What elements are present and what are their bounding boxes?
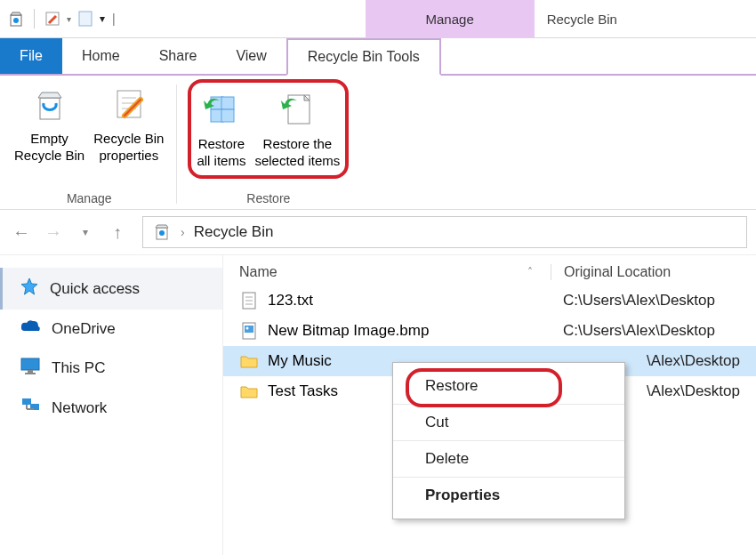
restore-selected-label-2: selected items xyxy=(254,153,340,170)
file-location: C:\Users\Alex\Desktop xyxy=(551,292,740,310)
navigation-pane: Quick access OneDrive This PC Network xyxy=(0,255,223,555)
svg-rect-17 xyxy=(28,370,33,373)
sidebar-label-this-pc: This PC xyxy=(52,359,105,377)
svg-rect-19 xyxy=(22,398,31,405)
file-name: New Bitmap Image.bmp xyxy=(268,322,429,340)
address-bar[interactable]: › Recycle Bin xyxy=(142,216,747,248)
svg-rect-28 xyxy=(245,326,253,333)
highlight-restore-buttons: Restore all items Restore the selected i… xyxy=(188,79,349,179)
svg-point-1 xyxy=(13,18,19,23)
sidebar-label-quick-access: Quick access xyxy=(50,280,140,298)
sidebar-item-this-pc[interactable]: This PC xyxy=(0,348,222,388)
sidebar-label-network: Network xyxy=(52,399,107,417)
group-label-restore: Restore xyxy=(246,188,290,209)
file-name: 123.txt xyxy=(268,292,313,310)
properties-label-2: properties xyxy=(99,148,158,165)
svg-point-15 xyxy=(159,230,165,236)
svg-rect-12 xyxy=(221,109,234,122)
file-tab[interactable]: File xyxy=(0,38,62,74)
svg-rect-16 xyxy=(21,358,39,370)
recycle-bin-properties-button[interactable]: Recycle Bin properties xyxy=(92,79,165,168)
window-title: Recycle Bin xyxy=(535,0,630,37)
restore-selected-label-1: Restore the xyxy=(263,136,333,153)
properties-label-1: Recycle Bin xyxy=(93,131,164,148)
back-button[interactable]: ← xyxy=(9,220,34,245)
empty-bin-label-2: Recycle Bin xyxy=(14,148,84,165)
column-headers: Name ˄ Original Location xyxy=(223,255,756,286)
recycle-bin-addr-icon xyxy=(152,221,172,244)
contextual-tab-group-label: Manage xyxy=(366,0,535,37)
breadcrumb-location[interactable]: Recycle Bin xyxy=(194,223,274,241)
network-icon xyxy=(20,397,41,419)
menu-item-cut[interactable]: Cut xyxy=(393,405,624,441)
empty-bin-icon xyxy=(28,83,71,125)
sidebar-item-network[interactable]: Network xyxy=(0,388,222,428)
recent-locations-dropdown[interactable]: ▾ xyxy=(73,220,98,245)
main-area: Quick access OneDrive This PC Network Na… xyxy=(0,255,756,555)
ribbon-body: Empty Recycle Bin Recycle Bin properties… xyxy=(0,76,756,210)
empty-recycle-bin-button[interactable]: Empty Recycle Bin xyxy=(12,79,86,168)
file-name: My Music xyxy=(268,352,332,370)
menu-item-restore[interactable]: Restore xyxy=(393,368,624,405)
properties-qat-icon[interactable] xyxy=(42,8,63,29)
tab-view[interactable]: View xyxy=(216,38,286,74)
sidebar-item-onedrive[interactable]: OneDrive xyxy=(0,310,222,348)
svg-rect-18 xyxy=(25,373,36,374)
svg-point-29 xyxy=(246,327,249,330)
sidebar-item-quick-access[interactable]: Quick access xyxy=(0,268,222,310)
text-file-icon xyxy=(239,291,259,310)
image-file-icon xyxy=(239,321,259,341)
sidebar-label-onedrive: OneDrive xyxy=(52,320,116,338)
titlebar: ▾ ▾ | Manage Recycle Bin xyxy=(0,0,756,38)
nav-row: ← → ▾ ↑ › Recycle Bin xyxy=(0,210,756,255)
ribbon-group-manage: Empty Recycle Bin Recycle Bin properties… xyxy=(7,79,171,209)
group-label-manage: Manage xyxy=(67,188,112,209)
context-menu: Restore Cut Delete Properties xyxy=(392,362,625,519)
list-item[interactable]: 123.txt C:\Users\Alex\Desktop xyxy=(223,286,756,316)
folder-icon xyxy=(239,382,259,401)
restore-selected-items-button[interactable]: Restore the selected items xyxy=(253,84,342,173)
properties-icon xyxy=(108,83,150,125)
forward-button[interactable]: → xyxy=(41,220,66,245)
cloud-icon xyxy=(20,318,41,339)
restore-all-label-1: Restore xyxy=(198,136,245,153)
tab-home[interactable]: Home xyxy=(62,38,140,74)
menu-item-delete[interactable]: Delete xyxy=(393,441,624,478)
new-doc-qat-icon[interactable] xyxy=(75,8,96,29)
svg-rect-3 xyxy=(79,12,92,26)
quick-access-toolbar: ▾ ▾ | xyxy=(0,0,121,37)
restore-selected-icon xyxy=(276,88,318,131)
folder-icon xyxy=(239,351,259,371)
tab-share[interactable]: Share xyxy=(140,38,217,74)
ribbon-group-restore: Restore all items Restore the selected i… xyxy=(182,79,354,209)
content-pane: Name ˄ Original Location 123.txt C:\User… xyxy=(223,255,756,555)
tab-recycle-bin-tools[interactable]: Recycle Bin Tools xyxy=(286,38,441,76)
column-header-name[interactable]: Name xyxy=(239,264,277,280)
file-name: Test Tasks xyxy=(268,382,338,400)
empty-bin-label-1: Empty xyxy=(30,131,68,148)
list-item[interactable]: New Bitmap Image.bmp C:\Users\Alex\Deskt… xyxy=(223,316,756,346)
file-location: C:\Users\Alex\Desktop xyxy=(551,322,740,340)
up-button[interactable]: ↑ xyxy=(105,220,130,245)
star-icon xyxy=(20,277,39,301)
column-header-original-location[interactable]: Original Location xyxy=(551,264,740,280)
monitor-icon xyxy=(20,357,41,379)
restore-all-label-2: all items xyxy=(197,153,245,170)
svg-rect-10 xyxy=(221,97,234,109)
menu-item-properties[interactable]: Properties xyxy=(393,478,624,513)
restore-all-items-button[interactable]: Restore all items xyxy=(195,84,247,173)
restore-all-icon xyxy=(200,88,243,131)
sort-indicator-icon: ˄ xyxy=(527,266,533,278)
recycle-bin-icon[interactable] xyxy=(5,8,27,29)
ribbon-tabs: File Home Share View Recycle Bin Tools xyxy=(0,38,756,76)
